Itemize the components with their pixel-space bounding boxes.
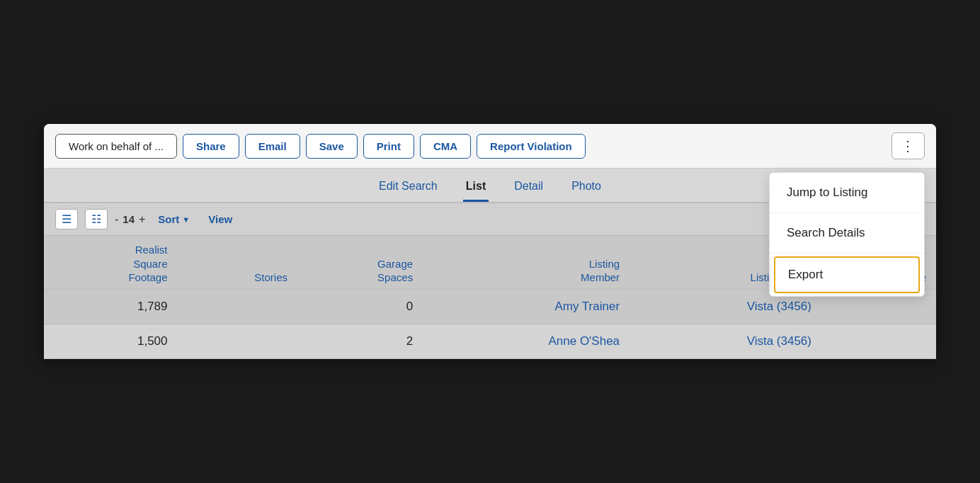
tab-edit-search[interactable]: Edit Search <box>376 176 440 202</box>
dropdown-menu: Jump to Listing Search Details Export <box>769 172 925 297</box>
minus-sign[interactable]: - <box>115 213 118 226</box>
share-button[interactable]: Share <box>183 134 239 159</box>
cell-garage-spaces: 2 <box>297 324 423 358</box>
cell-listing-member[interactable]: Amy Trainer <box>423 289 629 324</box>
toolbar: Work on behalf of ... Share Email Save P… <box>44 124 936 169</box>
sort-label: Sort <box>158 213 179 225</box>
sort-button[interactable]: Sort ▼ <box>152 210 195 228</box>
email-button[interactable]: Email <box>245 134 300 159</box>
col-listing-member: ListingMember <box>423 236 629 289</box>
cell-stories <box>178 324 298 358</box>
view-button[interactable]: View <box>203 210 238 228</box>
cell-house <box>821 324 936 358</box>
search-details-item[interactable]: Search Details <box>770 213 924 254</box>
col-sq-footage: RealistSquareFootage <box>44 236 178 289</box>
more-options-button[interactable]: ⋮ <box>891 132 925 159</box>
export-item[interactable]: Export <box>774 256 920 293</box>
count-controls: - 14 + <box>115 213 145 226</box>
work-on-behalf-button[interactable]: Work on behalf of ... <box>55 134 177 159</box>
sort-chevron-icon: ▼ <box>182 215 190 224</box>
plus-sign[interactable]: + <box>139 213 145 226</box>
tab-photo[interactable]: Photo <box>569 176 604 202</box>
save-button[interactable]: Save <box>306 134 358 159</box>
tab-detail[interactable]: Detail <box>511 176 546 202</box>
report-violation-button[interactable]: Report Violation <box>477 134 586 159</box>
col-garage-spaces: GarageSpaces <box>297 236 423 289</box>
main-window: Work on behalf of ... Share Email Save P… <box>44 124 936 359</box>
cell-sq-footage: 1,789 <box>44 289 178 324</box>
print-button[interactable]: Print <box>363 134 414 159</box>
list-view-icon-button[interactable]: ☰ <box>55 209 78 229</box>
jump-to-listing-item[interactable]: Jump to Listing <box>770 173 924 213</box>
cell-listing-member[interactable]: Anne O'Shea <box>423 324 629 358</box>
tab-list[interactable]: List <box>463 176 489 202</box>
count-value: 14 <box>122 213 135 225</box>
col-stories: Stories <box>178 236 298 289</box>
cell-listing-office: Vista (3456) <box>629 324 821 358</box>
cma-button[interactable]: CMA <box>420 134 471 159</box>
grid-view-icon-button[interactable]: ☷ <box>85 209 108 229</box>
table-row: 1,500 2 Anne O'Shea Vista (3456) <box>44 324 936 358</box>
cell-garage-spaces: 0 <box>297 289 423 324</box>
cell-stories <box>178 289 298 324</box>
cell-sq-footage: 1,500 <box>44 324 178 358</box>
